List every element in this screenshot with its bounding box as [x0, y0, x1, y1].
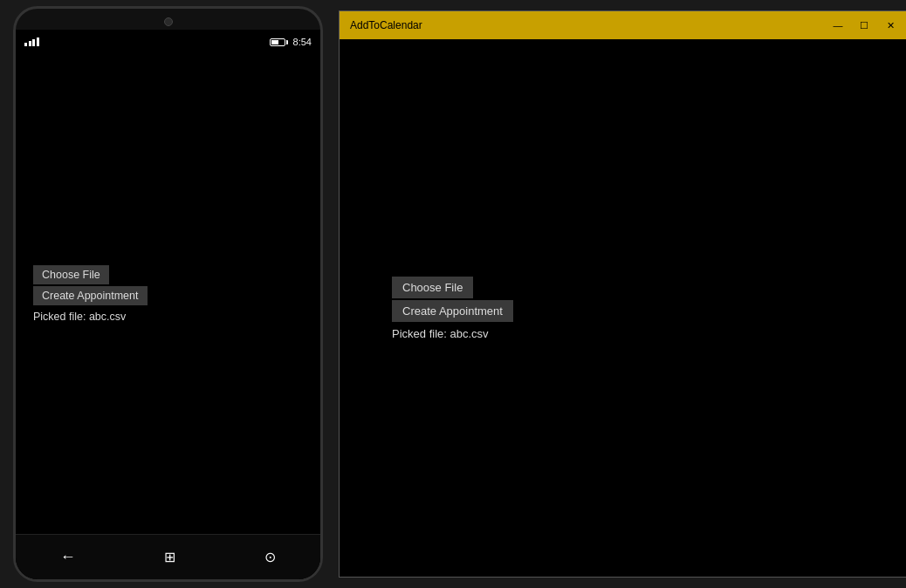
phone-nav-bar: ← ⊞ ⊙ [16, 534, 320, 579]
maximize-button[interactable]: ☐ [852, 16, 876, 35]
window-title: AddToCalendar [350, 19, 422, 31]
phone-picked-file-text: Picked file: abc.csv [33, 311, 126, 323]
window-content-area: Choose File Create Appointment Picked fi… [340, 39, 906, 577]
window-choose-file-button[interactable]: Choose File [392, 277, 473, 298]
battery-icon [270, 38, 288, 46]
search-icon[interactable]: ⊙ [264, 549, 276, 565]
back-icon[interactable]: ← [60, 548, 76, 566]
window-controls: — ☐ ✕ [826, 16, 903, 35]
phone-camera [164, 17, 173, 26]
phone-screen: 8:54 Choose File Create Appointment Pick… [16, 30, 320, 579]
signal-icon [24, 38, 39, 46]
status-time: 8:54 [293, 37, 312, 47]
status-bar: 8:54 [16, 30, 320, 54]
phone-device: 8:54 Choose File Create Appointment Pick… [13, 6, 323, 582]
phone-choose-file-button[interactable]: Choose File [33, 265, 109, 284]
phone-content-area: Choose File Create Appointment Picked fi… [16, 54, 320, 534]
window-create-appointment-button[interactable]: Create Appointment [392, 300, 513, 322]
window-picked-file-text: Picked file: abc.csv [392, 327, 489, 340]
home-icon[interactable]: ⊞ [164, 549, 175, 565]
desktop-window: AddToCalendar — ☐ ✕ Choose File Create A… [339, 10, 906, 578]
window-titlebar: AddToCalendar — ☐ ✕ [340, 11, 906, 39]
minimize-button[interactable]: — [826, 16, 850, 35]
close-button[interactable]: ✕ [878, 16, 903, 35]
phone-create-appointment-button[interactable]: Create Appointment [33, 286, 148, 305]
